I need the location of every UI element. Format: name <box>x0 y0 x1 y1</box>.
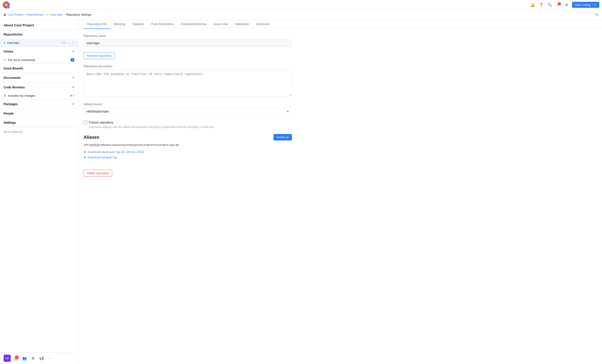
sidebar-footer-more-icon[interactable]: ··· <box>47 355 53 361</box>
description-label: Repository description <box>84 64 292 68</box>
sidebar-documents-title: Documents <box>4 76 21 80</box>
repo-star-icon: ★ <box>46 13 49 16</box>
topbar: M M 🔔 ❓ 🔍 ⚡ 5 ⊞ Start coding ▼ <box>0 0 602 10</box>
repo-name-input[interactable] <box>84 39 292 47</box>
start-coding-caret-icon: ▼ <box>592 4 596 6</box>
search-icon[interactable]: 🔍 <box>547 2 553 8</box>
plus-icon[interactable]: ⊞ <box>564 2 570 8</box>
sidebar-repo-actions: </> ⑃ ⑂ <box>62 41 75 45</box>
description-group: Repository description <box>84 64 292 97</box>
sidebar-repositories-title: Repositories <box>4 33 22 36</box>
tab-statistics[interactable]: Statistics <box>129 20 148 29</box>
sidebar-footer-chat-icon[interactable]: 💬 13 <box>13 355 19 361</box>
freeze-hint: Repository settings can't be edited and … <box>89 125 292 129</box>
issues-item-label: For me & unresolved <box>8 58 69 62</box>
tab-push-restrictions[interactable]: Push Restrictions <box>148 20 177 29</box>
sidebar: About Cool Project Repositories ≡ cool-r… <box>0 20 78 364</box>
sidebar-documents-add-icon[interactable]: + <box>72 76 75 80</box>
breadcrumb-repo-link[interactable]: cool-repo <box>51 13 63 16</box>
rename-button-group: Rename repository <box>84 52 292 59</box>
aliases-group: Aliases Delete all ssh://git@git.jetbrai… <box>84 134 292 159</box>
sidebar-footer-cp-logo[interactable]: CP <box>4 355 11 362</box>
download-full-icon: ⬇ <box>84 156 86 159</box>
sidebar-repositories-section: Repositories ≡ cool-repo </> ⑃ ⑂ <box>0 30 78 46</box>
freeze-label[interactable]: Freeze repository <box>89 121 113 124</box>
sidebar-code-reviews-header[interactable]: Code Reviews + <box>0 83 78 92</box>
rename-repository-button[interactable]: Rename repository <box>84 52 115 59</box>
issues-badge: 1 <box>70 58 75 62</box>
lightning-badge: 5 <box>558 2 561 5</box>
sidebar-code-reviews-item[interactable]: ⬆ Includes my changes ▶ 4 <box>0 92 78 99</box>
delete-repo-group: Delete repository <box>84 164 292 177</box>
sidebar-code-reviews-add-icon[interactable]: + <box>72 85 75 89</box>
main-content: Repository Info Mirroring Statistics Pus… <box>78 20 602 364</box>
start-coding-button[interactable]: Start coding ▼ <box>572 2 599 8</box>
aliases-header-row: Aliases Delete all <box>84 134 292 140</box>
freeze-checkbox-row: Freeze repository <box>84 121 292 124</box>
breadcrumb: ⊞ Cool Project / Repositories / ★ cool-r… <box>0 10 602 20</box>
sidebar-issues-section: Issues + ✳ For me & unresolved 1 <box>0 46 78 64</box>
help-icon[interactable]: ❓ <box>538 2 544 8</box>
sidebar-project-title: About Cool Project <box>0 20 78 30</box>
default-branch-select-wrapper: refs/heads/main ▼ <box>84 108 292 115</box>
repo-name-label: Repository name <box>84 34 292 38</box>
repo-lines-icon: ≡ <box>4 41 5 44</box>
sidebar-documents-header[interactable]: Documents + <box>0 73 78 83</box>
lightning-icon[interactable]: ⚡ 5 <box>555 2 561 8</box>
breadcrumb-repositories-link[interactable]: Repositories <box>27 13 43 16</box>
repo-branch-icon[interactable]: ⑃ <box>68 41 71 45</box>
default-branch-group: Default branch refs/heads/main ▼ <box>84 103 292 115</box>
sidebar-repositories-header[interactable]: Repositories <box>0 30 78 39</box>
avatar[interactable]: M M <box>3 1 10 9</box>
sidebar-packages-title: Packages <box>4 102 18 106</box>
sidebar-issues-header[interactable]: Issues + <box>0 47 78 56</box>
breadcrumb-search-icon[interactable]: 🔍 <box>595 13 598 16</box>
tab-webhooks[interactable]: Webhooks <box>232 20 253 29</box>
sidebar-repo-item[interactable]: ≡ cool-repo </> ⑃ ⑂ <box>0 39 78 46</box>
sidebar-code-reviews-section: Code Reviews + ⬆ Includes my changes ▶ 4 <box>0 83 78 99</box>
sidebar-packages-header[interactable]: Packages + <box>0 99 78 109</box>
tab-mirroring[interactable]: Mirroring <box>110 20 129 29</box>
tab-issue-links[interactable]: Issue Links <box>210 20 232 29</box>
tab-protected-branches[interactable]: Protected Branches <box>177 20 210 29</box>
sidebar-item-issue-boards[interactable]: Issue Boards <box>0 64 78 73</box>
breadcrumb-project-link[interactable]: Cool Project <box>8 13 23 16</box>
sidebar-issues-title: Issues <box>4 50 13 53</box>
default-branch-select[interactable]: refs/heads/main <box>84 108 292 115</box>
sidebar-footer-team-icon[interactable]: 👥 <box>22 355 28 361</box>
delete-all-button[interactable]: Delete all <box>274 134 292 140</box>
description-textarea[interactable] <box>84 70 292 96</box>
freeze-checkbox[interactable] <box>84 121 87 124</box>
code-reviews-item-label: Includes my changes <box>8 94 69 97</box>
sidebar-issues-add-icon[interactable]: + <box>72 49 75 53</box>
download-week-log-link[interactable]: ⬇ Download week push log (22–29 Nov 2022… <box>84 150 292 154</box>
avatar-badge: M <box>7 6 10 9</box>
tab-advanced[interactable]: Advanced <box>253 20 273 29</box>
sidebar-footer-megaphone-icon[interactable]: 📢 <box>38 355 45 361</box>
main-layout: About Cool Project Repositories ≡ cool-r… <box>0 20 602 364</box>
sidebar-footer-gear-icon[interactable]: ⚙ <box>30 355 36 361</box>
sidebar-item-more-features[interactable]: More features <box>0 127 78 136</box>
code-reviews-upload-icon: ⬆ <box>4 94 6 97</box>
repo-code-icon[interactable]: </> <box>62 41 67 45</box>
sidebar-repo-label: cool-repo <box>7 41 60 44</box>
download-week-icon: ⬇ <box>84 150 86 154</box>
sidebar-item-people[interactable]: People <box>0 109 78 118</box>
tab-repository-info[interactable]: Repository Info <box>84 20 110 29</box>
chat-badge: 13 <box>15 355 19 359</box>
freeze-group: Freeze repository Repository settings ca… <box>84 121 292 129</box>
download-full-log-link[interactable]: ⬇ Download full push log <box>84 156 292 159</box>
notifications-icon[interactable]: 🔔 <box>530 2 536 8</box>
sidebar-issues-item[interactable]: ✳ For me & unresolved 1 <box>0 56 78 64</box>
project-icon: ⊞ <box>4 13 6 17</box>
delete-repository-button[interactable]: Delete repository <box>84 170 112 177</box>
sidebar-packages-add-icon[interactable]: + <box>72 102 75 106</box>
alias-url: ssh://git@git.jetbrains.space/mycompany/… <box>84 143 292 146</box>
sidebar-item-settings[interactable]: Settings <box>0 118 78 127</box>
sidebar-documents-section: Documents + <box>0 73 78 83</box>
aliases-title: Aliases <box>84 135 99 140</box>
repo-tag-icon[interactable]: ⑂ <box>72 41 75 45</box>
sidebar-footer: CP 💬 13 👥 ⚙ 📢 ··· <box>0 352 78 364</box>
form-area: Repository name Rename repository Reposi… <box>78 29 297 182</box>
tabs-bar: Repository Info Mirroring Statistics Pus… <box>78 20 602 29</box>
